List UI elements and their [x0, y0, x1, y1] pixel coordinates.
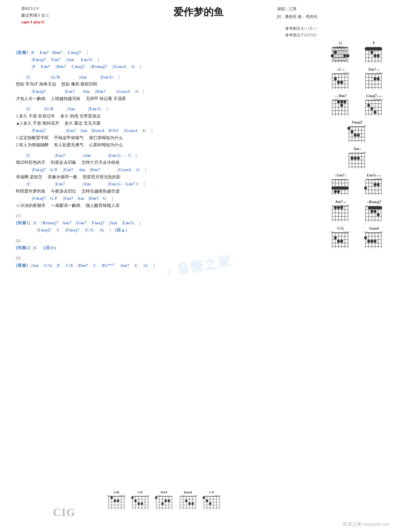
svg-point-217 — [340, 240, 343, 243]
section-interlude2: [间奏2] |C |(回☆) — [16, 244, 307, 251]
svg-point-74 — [377, 78, 380, 80]
paren-line: (1) — [16, 213, 307, 218]
paren-line: (3) — [16, 256, 307, 260]
page: 爱作梦的鱼 原KEY:C# 建议男调:F 女:C capo:1 play:C 演… — [0, 0, 397, 532]
svg-point-23 — [334, 51, 337, 54]
chord-line: |Fmaj7 |Em7 Am |Dm7 |Gsus4 G | — [16, 88, 307, 95]
chord-diagram-Gsus4: Gsus4 — [359, 226, 389, 250]
chord-name: Dm7 — [339, 94, 346, 98]
svg-point-87 — [337, 101, 340, 103]
chord-row-7: Am7 oo — [320, 200, 394, 223]
section-outro: [尾奏] |Am C/G |F C/E |Dm7 C B♭maj7 Am7 C … — [16, 262, 307, 269]
lyric-line: 1.多久 不曾 欢喜过年 多久 热情 无带置身边 — [16, 113, 307, 120]
svg-point-106 — [371, 107, 373, 110]
svg-point-169 — [377, 183, 380, 186]
chord-diagram-Gm7: x Gm7 x — [326, 173, 355, 197]
chord-grid-clean — [363, 46, 385, 64]
chord-line: [间奏1] |C |B♭maj7 Am7 |Gm7 Fmaj7 |Am Em/G… — [16, 220, 307, 226]
svg-point-298 — [192, 503, 194, 505]
svg-point-90 — [340, 104, 343, 107]
chord-line: |Fmaj7 G/F |Em7 Am |Dm7 |Gsus4 G | — [16, 166, 307, 173]
lyric-line: ☆冷淡的夜都市 一扇窗演一齣戏 随人酸苦味随人添 — [16, 202, 307, 209]
svg-point-199 — [374, 210, 377, 213]
svg-point-59 — [340, 81, 343, 84]
chord-grid-clean — [330, 99, 351, 117]
chord-diagram-Dm7: x o Dm7 — [326, 94, 355, 117]
section-label-interlude1: [间奏1] — [16, 221, 31, 225]
chord-grid-clean — [330, 178, 351, 197]
chord-grid-clean — [363, 99, 385, 117]
chord-diagrams-panel: G — [320, 41, 394, 251]
svg-point-297 — [188, 503, 191, 505]
chord-grid-clean: x — [330, 72, 351, 91]
strum-line1: 参考刷法:X↑↓↑X↑↓↑ — [285, 25, 318, 32]
chord-diagram-Dsus4-footer: Dsus4 — [177, 490, 198, 511]
section-paren2: (2) — [16, 238, 307, 243]
chord-row-8: C/G — [320, 226, 394, 250]
svg-point-248 — [114, 500, 116, 502]
svg-point-123 — [357, 134, 360, 137]
footer-chord-row: G/B G/F — [106, 490, 222, 511]
strum-line2: 参考指法:T121T121 — [285, 32, 318, 38]
svg-point-231 — [364, 237, 367, 239]
chord-name: C — [339, 67, 341, 72]
svg-point-58 — [337, 81, 340, 84]
main-content: [前奏] |F Em7 |Dm7 Cmaj7 | |Fmaj7 Em7 |Am … — [16, 49, 307, 269]
meta-suggest: 建议男调:F 女:C — [21, 12, 49, 19]
chord-diagram-CE-footer: C/E — [201, 490, 222, 511]
lyric-line: 2.有人为情颠颠醉 有人欲爱无勇气 心置碎呣知为什么 — [16, 142, 307, 148]
svg-point-233 — [371, 240, 373, 243]
svg-point-122 — [354, 134, 357, 137]
svg-point-311 — [203, 497, 205, 499]
chord-name: Dsus4 — [184, 490, 192, 494]
chord-name: Em/G — [367, 173, 376, 178]
svg-point-184 — [337, 206, 340, 209]
meta-key: 原KEY:C# — [21, 5, 49, 12]
svg-point-266 — [141, 503, 143, 505]
chord-row-3: x o Dm7 — [320, 94, 394, 117]
page-title: 爱作梦的鱼 — [8, 5, 389, 19]
lyric-line: 1.定定惊醒置半暝 乎钱追甲袂喘气 彼打拼呣知为什么 — [16, 134, 307, 141]
svg-point-249 — [117, 500, 119, 502]
chord-diagram-Bbmaj7: x B♭maj7 — [359, 200, 389, 223]
svg-point-137 — [354, 157, 357, 160]
chord-name: Em7 — [369, 67, 376, 72]
chord-line: |F Em7 |Dm7 Cmaj7 |B♭maj7 |Gsus4 G | — [16, 63, 307, 70]
chord-line: |Fmaj7 Em7 |Am Em/G | — [16, 56, 307, 63]
meta-right: 演唱：江草 詞：潘协庆 曲：周杰伦 — [277, 5, 318, 20]
svg-point-22 — [331, 54, 334, 57]
svg-point-215 — [334, 237, 337, 239]
chord-name: Gsus4 — [369, 226, 379, 231]
chord-row-2: x C oo x — [320, 67, 394, 91]
chord-name: F — [373, 41, 375, 45]
chord-name: D/F# — [161, 490, 167, 494]
chord-row-6: x Gm7 x — [320, 173, 394, 197]
lyric-line: 细汉时彩色的天 到底走去叨躲 怎样六月天会冷歧歧 — [16, 159, 307, 166]
svg-point-136 — [351, 157, 354, 160]
chord-grid-clean — [347, 125, 368, 144]
chord-line: |C |Em7 |Am |Em/G - Gm7 C | — [16, 181, 307, 188]
svg-point-296 — [185, 500, 188, 502]
chord-diagram-Am7: Am7 oo — [326, 200, 355, 223]
chord-grid-clean — [347, 152, 368, 170]
svg-point-216 — [337, 240, 340, 243]
meta-left: 原KEY:C# 建议男调:F 女:C capo:1 play:C — [21, 5, 49, 26]
section-interlude1: [间奏1] |C |B♭maj7 Am7 |Gm7 Fmaj7 |Am Em/G… — [16, 220, 307, 233]
svg-point-167 — [364, 187, 367, 190]
lyric-line: ▲2.多久 不曾 期待花开 多久 窗边 无见月圆 — [16, 120, 307, 127]
svg-point-89 — [344, 101, 346, 103]
svg-point-151 — [334, 190, 337, 193]
section-label-interlude2: [间奏2] — [16, 245, 31, 250]
chord-name: Gm7 — [337, 173, 345, 178]
chord-diagram-C: x C oo x — [326, 67, 355, 91]
section-verse2: |C |G/B |Am |Em/G | 1.多久 不曾 欢喜过年 多久 热情 无… — [16, 106, 307, 148]
chord-line: [尾奏] |Am C/G |F C/E |Dm7 C B♭maj7 Am7 C … — [16, 262, 307, 269]
svg-point-120 — [348, 127, 350, 130]
singer-label: 演唱：江草 — [277, 5, 318, 13]
svg-point-57 — [334, 78, 337, 80]
strum-info: 参考刷法:X↑↓↑X↑↓↑ 参考指法:T121T121 — [285, 25, 318, 38]
svg-point-168 — [374, 183, 377, 186]
chord-grid-clean — [363, 231, 385, 250]
svg-point-107 — [374, 111, 377, 114]
chord-name: B♭maj7 — [369, 200, 381, 204]
